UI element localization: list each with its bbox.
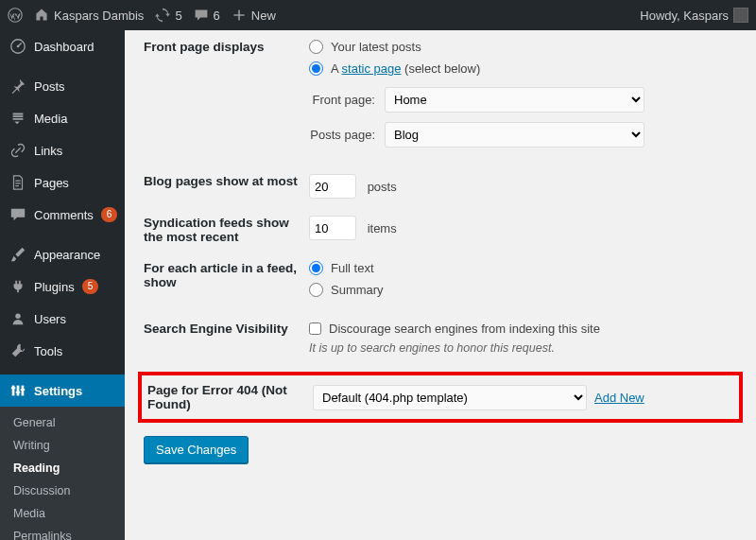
svg-point-3 [15,314,20,319]
summary-label: Summary [331,283,384,297]
howdy[interactable]: Howdy, Kaspars [640,8,748,23]
new-content[interactable]: New [232,8,276,23]
sub-reading[interactable]: Reading [0,457,125,479]
admin-sidebar: Dashboard Posts Media Links Pages Commen… [0,30,125,540]
site-name[interactable]: Kaspars Dambis [34,8,144,23]
menu-media[interactable]: Media [0,102,125,134]
svg-rect-4 [12,386,15,396]
honor-description: It is up to search engines to honor this… [309,341,737,355]
full-text-label: Full text [331,261,374,275]
comments-icon [9,206,26,223]
discourage-label: Discourage search engines from indexing … [329,322,600,336]
menu-tools[interactable]: Tools [0,335,125,367]
sub-writing[interactable]: Writing [0,434,125,457]
search-visibility-label: Search Engine Visibility [144,322,309,355]
posts-suffix: posts [368,180,397,194]
blog-pages-input[interactable] [309,174,356,199]
comments-badge: 6 [101,207,118,222]
avatar [733,8,748,23]
front-page-select-label: Front page: [309,93,385,107]
settings-submenu: General Writing Reading Discussion Media… [0,407,125,540]
comments-bar[interactable]: 6 [194,8,220,23]
posts-page-select[interactable]: Blog [385,122,644,148]
menu-appearance[interactable]: Appearance [0,238,125,270]
dashboard-icon [9,38,26,55]
admin-bar: Kaspars Dambis 5 6 New Howdy, Kaspars [0,0,756,30]
menu-plugins[interactable]: Plugins5 [0,270,125,303]
sub-general[interactable]: General [0,411,125,434]
radio-static-page[interactable] [309,61,323,76]
pages-icon [9,174,26,191]
latest-posts-label: Your latest posts [331,40,421,54]
brush-icon [9,246,26,263]
syndication-label: Syndication feeds show the most recent [144,216,309,244]
menu-pages[interactable]: Pages [0,166,125,199]
menu-dashboard[interactable]: Dashboard [0,30,125,62]
radio-full-text[interactable] [309,261,323,275]
error-404-label: Page for Error 404 (Not Found) [147,383,313,411]
front-page-select[interactable]: Home [385,87,644,113]
menu-comments[interactable]: Comments6 [0,199,125,231]
wp-logo[interactable] [8,8,23,23]
radio-summary[interactable] [309,283,323,297]
menu-links[interactable]: Links [0,134,125,166]
svg-point-2 [17,45,20,48]
media-icon [9,110,26,127]
tools-icon [9,342,26,359]
radio-latest-posts[interactable] [309,40,323,54]
article-feed-label: For each article in a feed, show [144,261,309,305]
front-page-displays-label: Front page displays [144,40,309,157]
link-icon [9,142,26,159]
add-new-link[interactable]: Add New [594,391,644,405]
content-area: Front page displays Your latest posts A … [125,30,756,540]
syndication-input[interactable] [309,216,356,240]
svg-rect-5 [17,386,20,396]
sub-media[interactable]: Media [0,502,125,525]
save-button[interactable]: Save Changes [144,436,249,463]
posts-page-select-label: Posts page: [309,128,385,142]
error-404-highlight: Page for Error 404 (Not Found) Default (… [138,372,743,423]
menu-posts[interactable]: Posts [0,70,125,102]
discourage-checkbox[interactable] [309,322,321,335]
menu-users[interactable]: Users [0,303,125,335]
menu-settings[interactable]: Settings [0,375,125,407]
plug-icon [9,278,26,295]
settings-icon [9,382,26,399]
updates[interactable]: 5 [155,8,181,23]
svg-rect-8 [16,392,21,393]
users-icon [9,310,26,327]
static-page-link[interactable]: static page [342,61,402,76]
svg-rect-7 [11,387,15,389]
blog-pages-label: Blog pages show at most [144,174,309,199]
plugins-badge: 5 [82,279,99,294]
sub-discussion[interactable]: Discussion [0,479,125,502]
svg-rect-9 [21,389,26,391]
sub-permalinks[interactable]: Permalinks [0,525,125,540]
error-404-select[interactable]: Default (404.php template) [313,385,587,410]
pin-icon [9,78,26,95]
items-suffix: items [368,221,397,235]
svg-point-0 [9,9,22,22]
